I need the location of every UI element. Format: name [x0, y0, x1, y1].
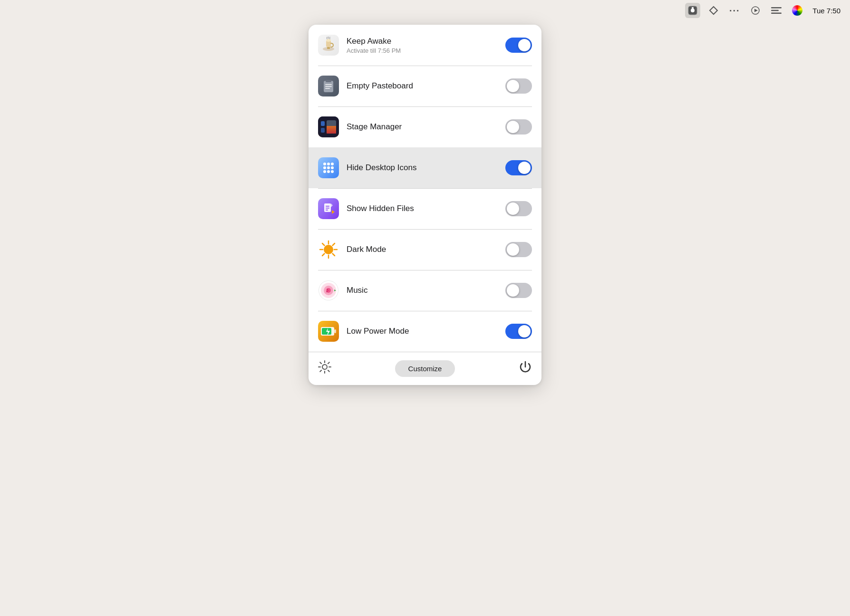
svg-point-28	[323, 170, 326, 173]
svg-point-36	[324, 245, 333, 254]
color-dot-icon[interactable]	[790, 3, 805, 18]
svg-rect-7	[771, 13, 782, 14]
svg-point-30	[331, 170, 334, 173]
low-power-mode-title: Low Power Mode	[347, 327, 505, 336]
hide-desktop-icons-icon	[318, 157, 339, 178]
dots-icon[interactable]: ···	[727, 3, 742, 18]
stage-manager-item[interactable]: Stage Manager	[309, 106, 541, 147]
svg-rect-5	[771, 7, 782, 9]
dark-mode-toggle[interactable]	[505, 242, 532, 257]
music-title: Music	[347, 286, 505, 295]
svg-rect-14	[325, 84, 332, 85]
stage-manager-content: Stage Manager	[347, 122, 505, 132]
music-icon: ♪	[318, 280, 339, 301]
play-icon[interactable]	[748, 3, 763, 18]
svg-rect-32	[326, 206, 329, 207]
power-icon[interactable]	[519, 360, 532, 377]
empty-pasteboard-item[interactable]: Empty Pasteboard	[309, 66, 541, 106]
menubar: ··· Tue 7:50	[685, 0, 850, 21]
svg-marker-4	[754, 9, 758, 12]
svg-point-24	[331, 163, 334, 165]
show-hidden-files-icon	[318, 198, 339, 219]
keep-awake-title: Keep Awake	[347, 37, 505, 46]
svg-rect-2	[692, 7, 694, 9]
svg-rect-6	[771, 10, 779, 11]
keep-awake-subtitle: Activate till 7:56 PM	[347, 47, 505, 54]
empty-pasteboard-toggle[interactable]	[505, 78, 532, 94]
svg-marker-35	[332, 210, 335, 214]
stage-manager-title: Stage Manager	[347, 122, 505, 132]
svg-point-29	[327, 170, 330, 173]
dark-mode-icon	[318, 239, 339, 260]
svg-line-42	[333, 254, 335, 256]
svg-line-43	[333, 243, 335, 246]
svg-text:♪: ♪	[326, 286, 329, 294]
dark-mode-item[interactable]: Dark Mode	[309, 229, 541, 270]
one-switch-icon[interactable]	[685, 3, 700, 18]
show-hidden-files-toggle[interactable]	[505, 201, 532, 216]
show-hidden-files-item[interactable]: Show Hidden Files	[309, 188, 541, 229]
dark-mode-title: Dark Mode	[347, 245, 505, 254]
stage-manager-icon	[318, 116, 339, 137]
dark-mode-content: Dark Mode	[347, 245, 505, 254]
keep-awake-content: Keep Awake Activate till 7:56 PM	[347, 37, 505, 54]
empty-pasteboard-title: Empty Pasteboard	[347, 81, 505, 91]
svg-point-22	[323, 163, 326, 165]
settings-icon[interactable]	[318, 360, 331, 377]
music-toggle[interactable]	[505, 283, 532, 298]
hide-desktop-icons-content: Hide Desktop Icons	[347, 163, 505, 173]
hide-desktop-icons-toggle[interactable]	[505, 160, 532, 175]
bottom-bar: Customize	[309, 352, 541, 385]
svg-point-10	[326, 39, 331, 42]
stage-manager-toggle[interactable]	[505, 119, 532, 135]
keep-awake-item[interactable]: Keep Awake Activate till 7:56 PM	[309, 25, 541, 66]
svg-rect-54	[334, 329, 336, 333]
low-power-mode-icon	[318, 321, 339, 342]
bartender-icon[interactable]	[769, 3, 784, 18]
svg-point-27	[331, 166, 334, 169]
svg-rect-34	[326, 210, 328, 211]
low-power-mode-item[interactable]: Low Power Mode	[309, 311, 541, 352]
low-power-mode-content: Low Power Mode	[347, 327, 505, 336]
svg-rect-15	[325, 86, 332, 87]
svg-rect-21	[327, 126, 336, 134]
empty-pasteboard-icon	[318, 76, 339, 96]
empty-pasteboard-content: Empty Pasteboard	[347, 81, 505, 91]
svg-rect-11	[327, 47, 330, 49]
menubar-time: Tue 7:50	[812, 7, 840, 15]
keep-awake-icon	[318, 35, 339, 56]
music-item[interactable]: ♪ Music	[309, 270, 541, 311]
music-content: Music	[347, 286, 505, 295]
svg-rect-18	[321, 121, 325, 126]
keep-awake-toggle[interactable]	[505, 38, 532, 53]
svg-line-44	[322, 254, 325, 256]
svg-rect-33	[326, 208, 329, 209]
svg-point-25	[323, 166, 326, 169]
dropzone-icon[interactable]	[706, 3, 721, 18]
svg-point-23	[327, 163, 330, 165]
svg-rect-16	[325, 88, 330, 89]
svg-point-26	[327, 166, 330, 169]
show-hidden-files-title: Show Hidden Files	[347, 204, 505, 213]
svg-rect-13	[326, 80, 331, 82]
customize-button[interactable]: Customize	[395, 360, 455, 377]
hide-desktop-icons-item[interactable]: Hide Desktop Icons	[309, 147, 541, 188]
hide-desktop-icons-title: Hide Desktop Icons	[347, 163, 505, 173]
svg-point-1	[691, 9, 695, 12]
svg-rect-19	[321, 128, 325, 133]
low-power-mode-toggle[interactable]	[505, 324, 532, 339]
show-hidden-files-content: Show Hidden Files	[347, 204, 505, 213]
svg-line-41	[322, 243, 325, 246]
popup-panel: Keep Awake Activate till 7:56 PM Empty P…	[309, 25, 541, 385]
